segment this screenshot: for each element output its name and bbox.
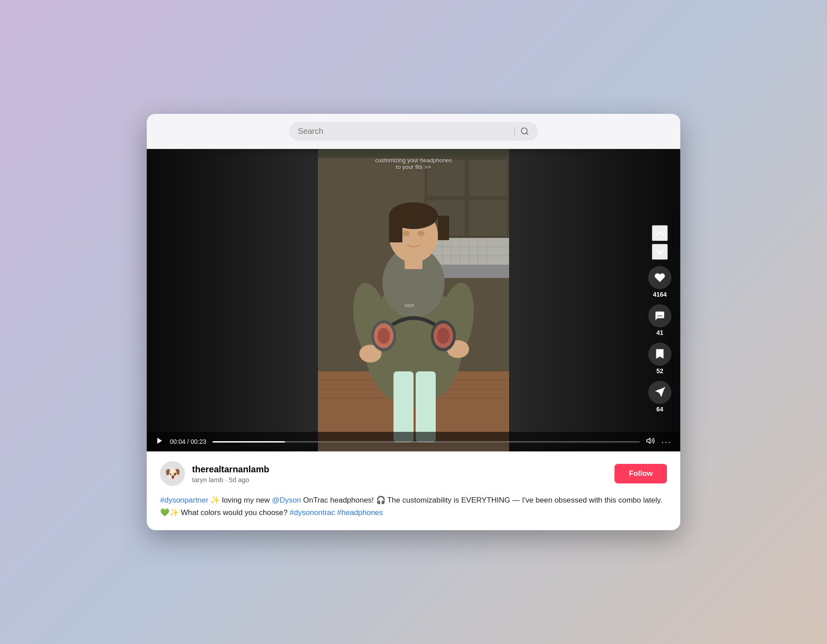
svg-point-38 xyxy=(377,328,390,344)
user-row: 🐶 therealtarnanlamb taryn lamb · 5d ago … xyxy=(160,461,667,486)
share-button[interactable]: 64 xyxy=(648,381,671,413)
user-details: therealtarnanlamb taryn lamb · 5d ago xyxy=(192,464,607,483)
svg-rect-28 xyxy=(389,216,402,242)
search-button[interactable] xyxy=(520,127,529,136)
search-divider xyxy=(514,126,515,136)
video-controls-bar: 00:04 / 00:23 ··· xyxy=(147,432,680,451)
video-content: customizing your headphones to your fits… xyxy=(318,149,509,451)
video-visual: nayb xyxy=(318,158,509,443)
more-options-button[interactable]: ··· xyxy=(661,437,671,447)
svg-point-31 xyxy=(418,231,425,236)
share-arrow-icon xyxy=(654,387,666,398)
video-bg-left xyxy=(147,149,323,451)
video-player[interactable]: customizing your headphones to your fits… xyxy=(147,149,680,451)
follow-button[interactable]: Follow xyxy=(614,464,667,483)
svg-marker-49 xyxy=(655,388,665,398)
svg-point-47 xyxy=(661,315,662,317)
nav-down-button[interactable] xyxy=(652,244,668,260)
svg-point-41 xyxy=(437,328,450,344)
hashtag-headphones[interactable]: #headphones xyxy=(337,508,383,517)
play-icon xyxy=(156,437,164,445)
svg-marker-50 xyxy=(157,438,162,444)
comment-count: 41 xyxy=(656,330,663,337)
side-controls: 4164 41 xyxy=(648,225,671,413)
post-info: 🐶 therealtarnanlamb taryn lamb · 5d ago … xyxy=(147,451,680,530)
nav-up-button[interactable] xyxy=(652,225,668,242)
title-bar xyxy=(147,114,680,149)
bookmark-icon xyxy=(654,349,665,360)
comment-button[interactable]: 41 xyxy=(648,305,671,337)
play-button[interactable] xyxy=(156,437,164,447)
user-meta: taryn lamb · 5d ago xyxy=(192,476,607,483)
share-icon-container xyxy=(648,381,671,404)
svg-point-46 xyxy=(659,315,661,317)
chevron-up-icon xyxy=(654,227,666,240)
hashtag-dysonpartner[interactable]: #dysonpartner xyxy=(160,496,209,504)
bookmark-button[interactable]: 52 xyxy=(648,343,671,375)
svg-rect-7 xyxy=(469,200,507,236)
svg-line-1 xyxy=(526,133,528,135)
search-icon xyxy=(520,127,529,136)
bookmark-icon-container xyxy=(648,343,671,366)
video-main: customizing your headphones to your fits… xyxy=(318,149,509,451)
app-window: customizing your headphones to your fits… xyxy=(147,114,680,530)
search-input[interactable] xyxy=(298,127,509,136)
post-caption: #dysonpartner ✨ loving my new @Dyson OnT… xyxy=(160,494,667,523)
comment-icon xyxy=(654,310,666,322)
time-display: 00:04 / 00:23 xyxy=(170,438,206,445)
progress-bar[interactable] xyxy=(213,441,640,443)
like-count: 4164 xyxy=(653,291,666,298)
volume-button[interactable] xyxy=(646,436,655,447)
progress-fill xyxy=(213,441,285,443)
svg-marker-51 xyxy=(647,438,650,443)
video-overlay-text: customizing your headphones to your fits… xyxy=(375,157,452,170)
hashtag-dysonontrac[interactable]: #dysonontrac xyxy=(289,508,335,517)
svg-point-30 xyxy=(402,231,409,236)
bookmark-count: 52 xyxy=(656,368,663,375)
svg-point-45 xyxy=(658,315,659,317)
chevron-down-icon xyxy=(654,246,666,258)
search-bar xyxy=(289,122,538,141)
svg-text:nayb: nayb xyxy=(405,303,414,308)
comment-icon-container xyxy=(648,305,671,328)
svg-rect-5 xyxy=(469,160,507,196)
share-count: 64 xyxy=(656,406,663,413)
username: therealtarnanlamb xyxy=(192,464,607,475)
volume-icon xyxy=(646,436,655,445)
heart-icon-container xyxy=(648,266,671,290)
heart-icon xyxy=(654,272,666,284)
like-button[interactable]: 4164 xyxy=(648,266,671,298)
mention-dyson[interactable]: @Dyson xyxy=(272,496,301,504)
svg-rect-29 xyxy=(438,216,449,240)
avatar: 🐶 xyxy=(160,461,185,486)
